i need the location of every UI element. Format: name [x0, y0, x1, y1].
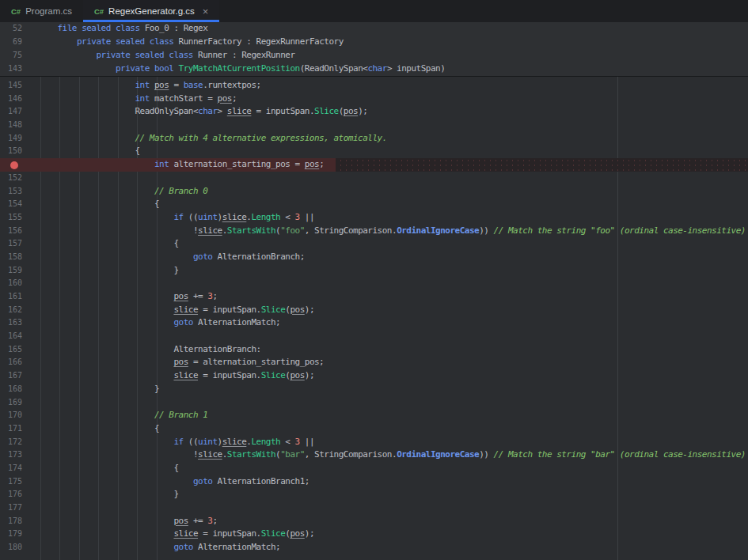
code-line[interactable]: 174 {	[0, 462, 748, 475]
line-number[interactable]: 154	[0, 198, 38, 211]
code-line[interactable]: 169	[0, 396, 748, 410]
code-line[interactable]: 166 pos = alternation_starting_pos;	[0, 356, 748, 369]
code-line[interactable]: 156 !slice.StartsWith("foo", StringCompa…	[0, 225, 748, 238]
line-number[interactable]: 145	[0, 79, 38, 93]
code-line[interactable]: 172 if ((uint)slice.Length < 3 ||	[0, 436, 748, 449]
breakpoint-icon[interactable]	[10, 161, 18, 169]
sticky-line[interactable]: 75 private sealed class Runner : RegexRu…	[0, 49, 748, 62]
code-text: slice = inputSpan.Slice(pos);	[38, 369, 314, 383]
line-number[interactable]: 166	[0, 356, 38, 369]
code-text: !slice.StartsWith("foo", StringCompariso…	[38, 225, 746, 238]
line-number[interactable]: 179	[0, 528, 38, 541]
code-line[interactable]: 179 slice = inputSpan.Slice(pos);	[0, 528, 748, 541]
code-text: }	[38, 264, 179, 278]
code-line[interactable]: 168 }	[0, 383, 748, 396]
line-number[interactable]: 161	[0, 290, 38, 304]
line-number[interactable]: 173	[0, 448, 38, 462]
line-number[interactable]: 172	[0, 436, 38, 449]
line-number[interactable]: 175	[0, 475, 38, 489]
code-text: goto AlternationMatch;	[38, 541, 280, 554]
line-number[interactable]: 167	[0, 369, 38, 383]
line-number[interactable]: 147	[0, 105, 38, 119]
line-number[interactable]: 149	[0, 132, 38, 146]
code-text: {	[38, 462, 179, 475]
line-number[interactable]: 169	[0, 396, 38, 410]
code-text: private bool TryMatchAtCurrentPosition(R…	[38, 62, 445, 76]
line-number[interactable]: 152	[0, 172, 38, 185]
code-line[interactable]: 162 slice = inputSpan.Slice(pos);	[0, 304, 748, 317]
line-number[interactable]: 168	[0, 383, 38, 396]
line-number[interactable]: 69	[0, 36, 38, 49]
line-number[interactable]: 165	[0, 343, 38, 357]
code-line[interactable]: 175 goto AlternationBranch1;	[0, 475, 748, 489]
code-line[interactable]: 146 int matchStart = pos;	[0, 93, 748, 106]
tab-regexgenerator-g-cs[interactable]: C# RegexGenerator.g.cs ×	[83, 0, 219, 22]
code-line[interactable]: 167 slice = inputSpan.Slice(pos);	[0, 369, 748, 383]
line-number[interactable]: 158	[0, 251, 38, 264]
line-number[interactable]: 160	[0, 277, 38, 290]
line-number[interactable]: 164	[0, 330, 38, 343]
code-line[interactable]: 157 {	[0, 237, 748, 251]
code-line[interactable]: 160	[0, 277, 748, 290]
line-number[interactable]: 52	[0, 22, 38, 36]
code-line[interactable]: 177	[0, 501, 748, 515]
line-number[interactable]: 75	[0, 49, 38, 62]
code-line[interactable]: 159 }	[0, 264, 748, 278]
code-text: private sealed class RunnerFactory : Reg…	[38, 36, 344, 49]
code-text: if ((uint)slice.Length < 3 ||	[38, 436, 314, 449]
line-number[interactable]: 153	[0, 185, 38, 199]
sticky-line[interactable]: 69 private sealed class RunnerFactory : …	[0, 36, 748, 49]
sticky-line[interactable]: 143 private bool TryMatchAtCurrentPositi…	[0, 62, 748, 76]
code-line[interactable]: 173 !slice.StartsWith("bar", StringCompa…	[0, 448, 748, 462]
code-line[interactable]: 163 goto AlternationMatch;	[0, 316, 748, 330]
code-line[interactable]: 165 AlternationBranch:	[0, 343, 748, 357]
code-line[interactable]: 170 // Branch 1	[0, 409, 748, 422]
line-number[interactable]: 171	[0, 422, 38, 436]
code-line[interactable]: 154 {	[0, 198, 748, 211]
code-text: goto AlternationBranch1;	[38, 475, 309, 489]
code-line[interactable]: 145 int pos = base.runtextpos;	[0, 79, 748, 93]
line-number[interactable]	[0, 158, 38, 172]
line-number[interactable]: 176	[0, 488, 38, 501]
code-line[interactable]: 178 pos += 3;	[0, 515, 748, 528]
line-number[interactable]: 163	[0, 316, 38, 330]
sticky-line[interactable]: 52 file sealed class Foo_0 : Regex	[0, 22, 748, 36]
code-line[interactable]: 161 pos += 3;	[0, 290, 748, 304]
code-text: int pos = base.runtextpos;	[38, 79, 261, 93]
code-line[interactable]: 164	[0, 330, 748, 343]
line-number[interactable]: 170	[0, 409, 38, 422]
code-text: if ((uint)slice.Length < 3 ||	[38, 211, 314, 225]
code-text: AlternationBranch:	[38, 343, 261, 357]
code-line[interactable]: 150 {	[0, 145, 748, 158]
ide-window: { "tabs": [ {"icon": "csharp-file-icon",…	[0, 0, 748, 560]
line-number[interactable]: 155	[0, 211, 38, 225]
line-number[interactable]: 150	[0, 145, 38, 158]
code-text: }	[38, 383, 159, 396]
code-line[interactable]: 158 goto AlternationBranch;	[0, 251, 748, 264]
code-line[interactable]: 149 // Match with 4 alternative expressi…	[0, 132, 748, 146]
code-line[interactable]: 153 // Branch 0	[0, 185, 748, 199]
code-line[interactable]: 152	[0, 172, 748, 185]
close-tab-icon[interactable]: ×	[203, 6, 209, 17]
line-number[interactable]: 178	[0, 515, 38, 528]
line-number[interactable]: 177	[0, 501, 38, 515]
line-number[interactable]: 156	[0, 225, 38, 238]
line-number[interactable]: 162	[0, 304, 38, 317]
line-number[interactable]: 180	[0, 541, 38, 554]
tab-program-cs[interactable]: C# Program.cs	[0, 0, 83, 22]
code-line[interactable]: 171 {	[0, 422, 748, 436]
code-line[interactable]: 180 goto AlternationMatch;	[0, 541, 748, 554]
line-number[interactable]: 159	[0, 264, 38, 278]
line-number[interactable]: 157	[0, 237, 38, 251]
code-line[interactable]: 147 ReadOnlySpan<char> slice = inputSpan…	[0, 105, 748, 119]
line-number[interactable]: 143	[0, 62, 38, 76]
code-editor[interactable]: 145 int pos = base.runtextpos;146 int ma…	[0, 77, 748, 560]
code-line[interactable]: 176 }	[0, 488, 748, 501]
code-line[interactable]: 155 if ((uint)slice.Length < 3 ||	[0, 211, 748, 225]
code-text: // Branch 1	[38, 409, 207, 422]
line-number[interactable]: 146	[0, 93, 38, 106]
line-number[interactable]: 148	[0, 119, 38, 132]
code-line[interactable]: int alternation_starting_pos = pos;	[0, 158, 748, 172]
code-line[interactable]: 148	[0, 119, 748, 132]
line-number[interactable]: 174	[0, 462, 38, 475]
